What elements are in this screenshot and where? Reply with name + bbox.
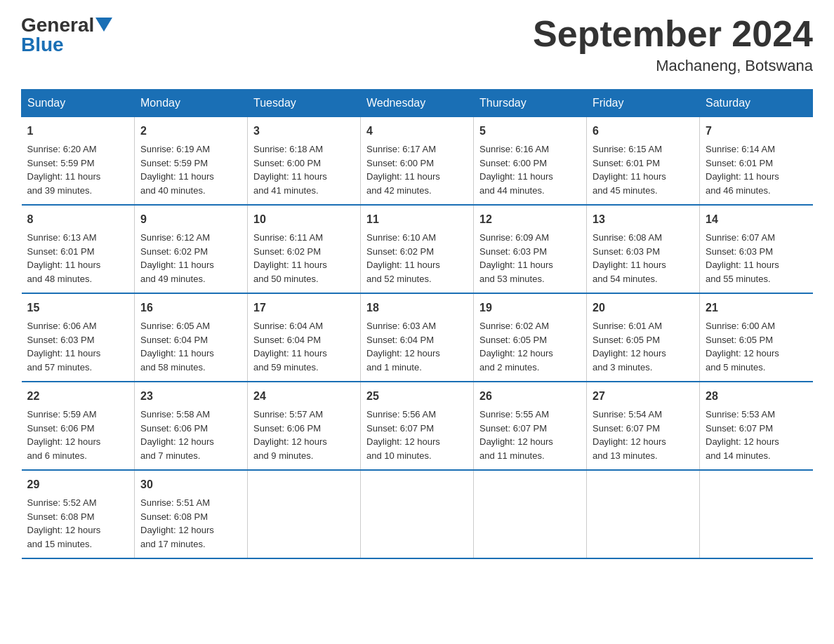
day-info: Sunrise: 6:11 AMSunset: 6:02 PMDaylight:…: [253, 232, 327, 284]
day-info: Sunrise: 6:16 AMSunset: 6:00 PMDaylight:…: [479, 144, 553, 196]
day-info: Sunrise: 6:00 AMSunset: 6:05 PMDaylight:…: [706, 321, 779, 373]
calendar-cell: 24 Sunrise: 5:57 AMSunset: 6:06 PMDaylig…: [248, 382, 361, 470]
calendar-cell: 19 Sunrise: 6:02 AMSunset: 6:05 PMDaylig…: [474, 293, 587, 382]
calendar-cell: 5 Sunrise: 6:16 AMSunset: 6:00 PMDayligh…: [474, 117, 587, 206]
calendar-cell: 9 Sunrise: 6:12 AMSunset: 6:02 PMDayligh…: [135, 205, 248, 293]
calendar-cell: 15 Sunrise: 6:06 AMSunset: 6:03 PMDaylig…: [22, 293, 135, 382]
day-number: 14: [706, 211, 807, 228]
day-info: Sunrise: 6:07 AMSunset: 6:03 PMDaylight:…: [706, 232, 779, 284]
calendar-cell: 18 Sunrise: 6:03 AMSunset: 6:04 PMDaylig…: [361, 293, 474, 382]
calendar-cell: 6 Sunrise: 6:15 AMSunset: 6:01 PMDayligh…: [587, 117, 700, 206]
day-number: 18: [366, 300, 468, 316]
day-info: Sunrise: 6:05 AMSunset: 6:04 PMDaylight:…: [140, 321, 214, 373]
day-number: 25: [366, 388, 468, 405]
logo: General Blue: [21, 14, 112, 56]
day-info: Sunrise: 6:17 AMSunset: 6:00 PMDaylight:…: [366, 144, 440, 196]
calendar-cell: 21 Sunrise: 6:00 AMSunset: 6:05 PMDaylig…: [700, 293, 813, 382]
week-row-5: 29 Sunrise: 5:52 AMSunset: 6:08 PMDaylig…: [22, 470, 813, 558]
weekday-header-monday: Monday: [135, 90, 248, 117]
calendar-cell: [361, 470, 474, 558]
day-info: Sunrise: 5:51 AMSunset: 6:08 PMDaylight:…: [140, 497, 214, 549]
day-number: 24: [253, 388, 355, 405]
day-info: Sunrise: 5:56 AMSunset: 6:07 PMDaylight:…: [366, 409, 440, 461]
day-number: 1: [27, 123, 129, 140]
day-info: Sunrise: 6:20 AMSunset: 5:59 PMDaylight:…: [27, 144, 101, 196]
day-info: Sunrise: 6:19 AMSunset: 5:59 PMDaylight:…: [140, 144, 214, 196]
day-info: Sunrise: 6:10 AMSunset: 6:02 PMDaylight:…: [366, 232, 440, 284]
day-number: 12: [479, 211, 581, 228]
day-info: Sunrise: 5:57 AMSunset: 6:06 PMDaylight:…: [253, 409, 327, 461]
day-number: 6: [593, 123, 694, 140]
calendar-cell: [474, 470, 587, 558]
day-number: 5: [479, 123, 581, 140]
week-row-4: 22 Sunrise: 5:59 AMSunset: 6:06 PMDaylig…: [22, 382, 813, 470]
day-number: 3: [253, 123, 355, 140]
day-info: Sunrise: 6:15 AMSunset: 6:01 PMDaylight:…: [593, 144, 666, 196]
calendar-cell: 8 Sunrise: 6:13 AMSunset: 6:01 PMDayligh…: [22, 205, 135, 293]
week-row-2: 8 Sunrise: 6:13 AMSunset: 6:01 PMDayligh…: [22, 205, 813, 293]
day-info: Sunrise: 6:08 AMSunset: 6:03 PMDaylight:…: [593, 232, 666, 284]
calendar-cell: 13 Sunrise: 6:08 AMSunset: 6:03 PMDaylig…: [587, 205, 700, 293]
month-title: September 2024: [533, 14, 813, 54]
calendar-cell: 22 Sunrise: 5:59 AMSunset: 6:06 PMDaylig…: [22, 382, 135, 470]
day-info: Sunrise: 6:06 AMSunset: 6:03 PMDaylight:…: [27, 321, 101, 373]
calendar-cell: 17 Sunrise: 6:04 AMSunset: 6:04 PMDaylig…: [248, 293, 361, 382]
day-info: Sunrise: 5:59 AMSunset: 6:06 PMDaylight:…: [27, 409, 101, 461]
calendar-cell: 27 Sunrise: 5:54 AMSunset: 6:07 PMDaylig…: [587, 382, 700, 470]
day-number: 16: [140, 300, 241, 316]
calendar-cell: 3 Sunrise: 6:18 AMSunset: 6:00 PMDayligh…: [248, 117, 361, 206]
day-info: Sunrise: 5:52 AMSunset: 6:08 PMDaylight:…: [27, 497, 101, 549]
calendar-cell: 4 Sunrise: 6:17 AMSunset: 6:00 PMDayligh…: [361, 117, 474, 206]
day-number: 15: [27, 300, 129, 316]
day-number: 28: [706, 388, 807, 405]
calendar-cell: 7 Sunrise: 6:14 AMSunset: 6:01 PMDayligh…: [700, 117, 813, 206]
day-info: Sunrise: 6:13 AMSunset: 6:01 PMDaylight:…: [27, 232, 101, 284]
calendar-cell: 12 Sunrise: 6:09 AMSunset: 6:03 PMDaylig…: [474, 205, 587, 293]
day-number: 4: [366, 123, 468, 140]
calendar-cell: 1 Sunrise: 6:20 AMSunset: 5:59 PMDayligh…: [22, 117, 135, 206]
page-header: General Blue September 2024 Machaneng, B…: [21, 14, 813, 75]
day-number: 29: [27, 476, 129, 493]
logo-triangle-icon: [95, 18, 112, 32]
weekday-header-friday: Friday: [587, 90, 700, 117]
day-info: Sunrise: 6:01 AMSunset: 6:05 PMDaylight:…: [593, 321, 666, 373]
day-info: Sunrise: 6:09 AMSunset: 6:03 PMDaylight:…: [479, 232, 553, 284]
calendar-cell: 29 Sunrise: 5:52 AMSunset: 6:08 PMDaylig…: [22, 470, 135, 558]
day-number: 26: [479, 388, 581, 405]
calendar-cell: 11 Sunrise: 6:10 AMSunset: 6:02 PMDaylig…: [361, 205, 474, 293]
weekday-header-row: SundayMondayTuesdayWednesdayThursdayFrid…: [22, 90, 813, 117]
calendar-cell: 20 Sunrise: 6:01 AMSunset: 6:05 PMDaylig…: [587, 293, 700, 382]
calendar-cell: 2 Sunrise: 6:19 AMSunset: 5:59 PMDayligh…: [135, 117, 248, 206]
calendar-cell: 16 Sunrise: 6:05 AMSunset: 6:04 PMDaylig…: [135, 293, 248, 382]
weekday-header-saturday: Saturday: [700, 90, 813, 117]
calendar-cell: [700, 470, 813, 558]
day-number: 30: [140, 476, 241, 493]
day-number: 9: [140, 211, 241, 228]
day-info: Sunrise: 5:58 AMSunset: 6:06 PMDaylight:…: [140, 409, 214, 461]
day-info: Sunrise: 6:18 AMSunset: 6:00 PMDaylight:…: [253, 144, 327, 196]
title-section: September 2024 Machaneng, Botswana: [533, 14, 813, 75]
week-row-1: 1 Sunrise: 6:20 AMSunset: 5:59 PMDayligh…: [22, 117, 813, 206]
day-number: 21: [706, 300, 807, 316]
day-number: 27: [593, 388, 694, 405]
weekday-header-wednesday: Wednesday: [361, 90, 474, 117]
day-number: 7: [706, 123, 807, 140]
day-info: Sunrise: 6:14 AMSunset: 6:01 PMDaylight:…: [706, 144, 779, 196]
calendar-cell: 26 Sunrise: 5:55 AMSunset: 6:07 PMDaylig…: [474, 382, 587, 470]
weekday-header-sunday: Sunday: [22, 90, 135, 117]
day-number: 22: [27, 388, 129, 405]
day-info: Sunrise: 6:02 AMSunset: 6:05 PMDaylight:…: [479, 321, 553, 373]
day-info: Sunrise: 5:53 AMSunset: 6:07 PMDaylight:…: [706, 409, 779, 461]
calendar-cell: 14 Sunrise: 6:07 AMSunset: 6:03 PMDaylig…: [700, 205, 813, 293]
calendar-cell: [587, 470, 700, 558]
day-number: 20: [593, 300, 694, 316]
logo-blue-text: Blue: [21, 34, 64, 56]
day-info: Sunrise: 5:54 AMSunset: 6:07 PMDaylight:…: [593, 409, 666, 461]
calendar-cell: [248, 470, 361, 558]
weekday-header-thursday: Thursday: [474, 90, 587, 117]
day-info: Sunrise: 6:04 AMSunset: 6:04 PMDaylight:…: [253, 321, 327, 373]
day-number: 23: [140, 388, 241, 405]
day-number: 10: [253, 211, 355, 228]
week-row-3: 15 Sunrise: 6:06 AMSunset: 6:03 PMDaylig…: [22, 293, 813, 382]
location-text: Machaneng, Botswana: [533, 57, 813, 75]
